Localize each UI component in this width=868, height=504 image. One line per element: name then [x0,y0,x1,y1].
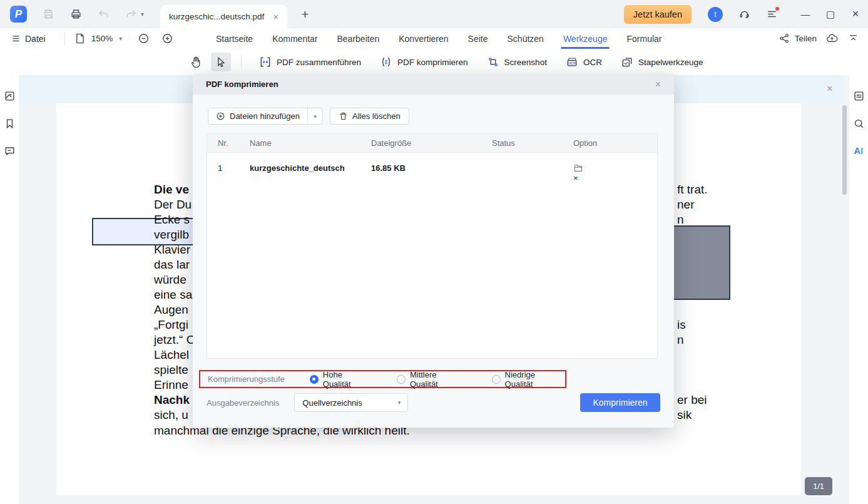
add-files-dropdown-icon[interactable]: ▾ [307,108,322,124]
tab-close-icon[interactable]: × [273,11,278,22]
support-headset-icon[interactable] [738,8,750,21]
minimize-button[interactable]: — [793,9,818,19]
output-directory-label: Ausgabeverzeichnis [207,398,279,408]
thumbnails-icon[interactable] [4,90,16,102]
strip-close-icon[interactable]: × [827,83,833,95]
col-header-status: Status [492,138,515,148]
radio-medium-label: Mittlere Qualität [410,370,467,389]
tool-ocr-label: OCR [583,58,602,67]
radio-high-quality[interactable]: Hohe Qualität [310,370,372,389]
doc-text-line: Nachk [154,393,190,408]
output-directory-select[interactable]: Quellverzeichnis ▾ [294,393,408,412]
comment-icon[interactable] [4,145,16,157]
radio-high-label: Hohe Qualität [323,370,372,389]
dialog-close-icon[interactable]: × [655,79,661,90]
maximize-button[interactable]: ▢ [818,9,843,20]
zoom-caret-icon[interactable]: ▾ [119,35,122,42]
radio-medium-quality[interactable]: Mittlere Qualität [397,370,467,389]
open-folder-icon[interactable] [573,163,583,173]
row-file-name: kurzgeschichte_deutsch [250,163,345,173]
tab-formular[interactable]: Formular [626,29,661,48]
tab-schuetzen[interactable]: Schützen [508,29,544,48]
tab-kommentar[interactable]: Kommentar [272,29,317,48]
tool-compress-pdf[interactable]: PDF komprimieren [380,56,468,68]
document-tab[interactable]: kurzgeschic...deutsch.pdf × [160,5,287,28]
doc-text-line: jetzt.“ C [154,332,195,347]
properties-panel-icon[interactable] [853,90,865,102]
redo-icon[interactable] [125,8,137,21]
remove-file-icon[interactable]: × [573,173,578,183]
separator [64,33,65,45]
zoom-level-value[interactable]: 150% [91,34,113,43]
doc-text-line: spielte [154,363,188,378]
separator [241,56,242,68]
doc-text-line: Klavier [154,242,190,257]
new-tab-icon[interactable]: + [301,7,309,22]
file-menu-button[interactable]: Datei [11,34,46,44]
bookmark-icon[interactable] [4,118,16,130]
clear-all-button[interactable]: Alles löschen [330,108,409,125]
tab-werkzeuge[interactable]: Werkzeuge [563,29,608,48]
vertical-scrollbar[interactable] [842,105,847,195]
row-option-icons: × [573,163,583,173]
radio-icon-high[interactable] [310,375,319,384]
doc-text-line: is [677,317,686,332]
add-files-button[interactable]: Dateien hinzufügen [208,108,307,124]
tool-screenshot-label: Screenshot [504,58,547,67]
doc-text-line: Augen [154,302,188,317]
tool-ocr[interactable]: OCR OCR [566,56,602,68]
page-view-icon[interactable] [74,33,86,45]
select-tool-button[interactable] [211,53,231,71]
save-icon[interactable] [42,8,54,21]
buy-now-button[interactable]: Jetzt kaufen [624,5,692,24]
doc-text-line: eine sa [154,287,192,302]
row-file-size: 16.85 KB [371,163,406,173]
doc-text-line: ft trat. [677,182,708,197]
undo-redo-caret-icon[interactable]: ▾ [141,11,144,18]
table-row[interactable]: 1 kurzgeschichte_deutsch 16.85 KB × [207,153,657,184]
tab-konvertieren[interactable]: Konvertieren [399,29,448,48]
menubar-right-group: Teilen [779,28,859,49]
compress-submit-button[interactable]: Komprimieren [580,393,660,412]
titlebar-right-group: Jetzt kaufen t — ▢ × [624,0,868,28]
app-logo-icon: P [10,6,27,23]
undo-icon[interactable] [97,8,110,21]
search-icon[interactable] [853,118,865,130]
tool-screenshot[interactable]: Screenshot [487,56,547,68]
collapse-toolbar-icon[interactable] [847,33,859,45]
compress-pdf-icon [380,56,392,68]
tab-startseite[interactable]: Startseite [216,29,253,48]
dialog-header[interactable]: PDF komprimieren × [193,74,674,95]
doc-text-line: würde [154,272,186,287]
radio-icon-low[interactable] [492,375,501,384]
zoom-in-icon[interactable] [161,33,173,45]
tab-seite[interactable]: Seite [468,29,488,48]
radio-low-quality[interactable]: Niedrige Qualität [492,370,565,389]
tools-row: PDF zusammenführen PDF komprimieren Scre… [186,49,703,75]
image-placeholder [673,225,730,300]
header-block: Datei 150% ▾ Startseite Kommentar Bearbe… [0,28,868,75]
document-tab-title: kurzgeschic...deutsch.pdf [169,12,264,21]
hand-tool-button[interactable] [186,53,206,71]
doc-text-line: „Fortgi [154,317,188,332]
ai-assistant-icon[interactable]: AI [854,145,864,156]
user-avatar[interactable]: t [708,7,723,22]
tool-merge-pdf[interactable]: PDF zusammenführen [259,56,361,68]
output-directory-row: Ausgabeverzeichnis Quellverzeichnis ▾ Ko… [207,393,660,412]
main-menu-icon[interactable] [765,8,778,21]
tab-bearbeiten[interactable]: Bearbeiten [337,29,380,48]
share-icon[interactable] [779,33,791,45]
doc-text-line: Ecke s [154,212,190,227]
print-icon[interactable] [69,8,82,21]
doc-text-line: Erinne [154,378,188,393]
tool-batch[interactable]: Stapelwerkzeuge [621,56,703,68]
radio-icon-medium[interactable] [397,375,406,384]
close-window-button[interactable]: × [843,8,868,21]
svg-text:OCR: OCR [568,61,576,65]
zoom-out-icon[interactable] [137,33,150,45]
cloud-upload-icon[interactable] [825,33,838,45]
doc-text-line: sik [677,408,692,423]
share-label[interactable]: Teilen [795,34,817,43]
row-nr: 1 [218,163,222,173]
batch-tools-icon [621,56,633,68]
